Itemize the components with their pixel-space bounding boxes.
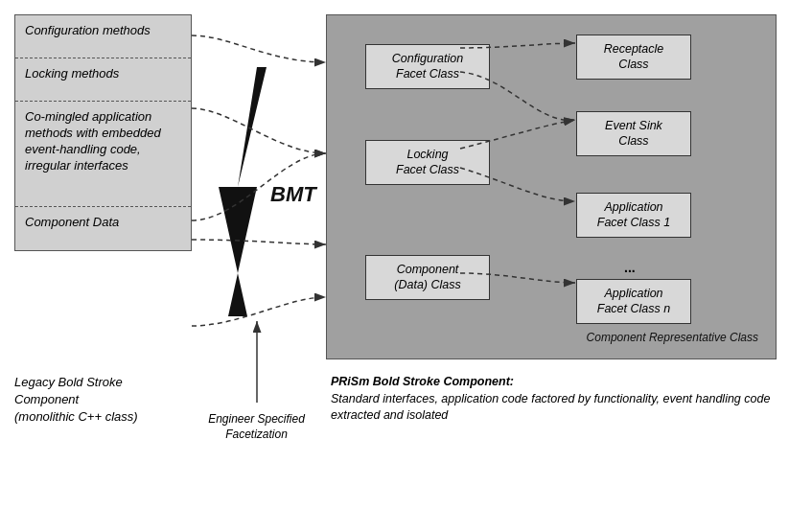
component-data-text: Component Data (25, 215, 119, 229)
comingled-text: Co-mingled application methods with embe… (25, 109, 161, 173)
prism-label-text: PRiSm Bold Stroke Component:Standard int… (331, 375, 770, 422)
arrow-compdata (192, 297, 326, 326)
prism-label: PRiSm Bold Stroke Component:Standard int… (331, 374, 772, 425)
receptacle-class-box: ReceptacleClass (576, 35, 691, 80)
prism-panel: ConfigurationFacet Class LockingFacet Cl… (326, 14, 777, 359)
comingled-section: Co-mingled application methods with embe… (15, 102, 191, 207)
locking-facet-text: LockingFacet Class (396, 148, 459, 176)
arrow-comingled-locking (192, 153, 326, 220)
arrow-comingled-appfacet (192, 240, 326, 244)
diagram-container: Configuration methods Locking methods Co… (0, 0, 812, 532)
bmt-label: BMT (270, 182, 317, 206)
prism-inner: ConfigurationFacet Class LockingFacet Cl… (336, 25, 766, 349)
locking-section: Locking methods (15, 58, 191, 102)
engineer-label: Engineer SpecifiedFacetization (187, 412, 326, 442)
arrow-locking (192, 108, 326, 153)
app-facet-n-text: ApplicationFacet Class n (597, 287, 670, 315)
legacy-panel: Configuration methods Locking methods Co… (14, 14, 192, 251)
arrow-config (192, 35, 326, 62)
component-rep-label: Component Representative Class (587, 331, 758, 344)
component-data-section: Component Data (15, 207, 191, 250)
config-methods-text: Configuration methods (25, 23, 151, 37)
app-facet-1-box: ApplicationFacet Class 1 (576, 193, 691, 238)
app-facet-1-text: ApplicationFacet Class 1 (597, 200, 670, 229)
engineer-label-text: Engineer SpecifiedFacetization (208, 412, 305, 441)
config-section: Configuration methods (15, 15, 191, 58)
locking-facet-box: LockingFacet Class (365, 140, 490, 185)
legacy-label: Legacy Bold StrokeComponent(monolithic C… (14, 374, 192, 427)
config-facet-text: ConfigurationFacet Class (392, 52, 463, 81)
legacy-label-text: Legacy Bold StrokeComponent(monolithic C… (14, 375, 138, 424)
bmt-bolt (219, 67, 267, 316)
event-sink-class-box: Event SinkClass (576, 111, 691, 156)
config-facet-box: ConfigurationFacet Class (365, 44, 490, 89)
locking-methods-text: Locking methods (25, 66, 119, 81)
component-data-class-box: Component(Data) Class (365, 255, 490, 300)
component-data-class-text: Component(Data) Class (394, 263, 460, 291)
ellipsis: ... (624, 260, 636, 275)
app-facet-n-box: ApplicationFacet Class n (576, 279, 691, 324)
event-sink-class-text: Event SinkClass (605, 119, 662, 148)
receptacle-class-text: ReceptacleClass (604, 42, 664, 71)
